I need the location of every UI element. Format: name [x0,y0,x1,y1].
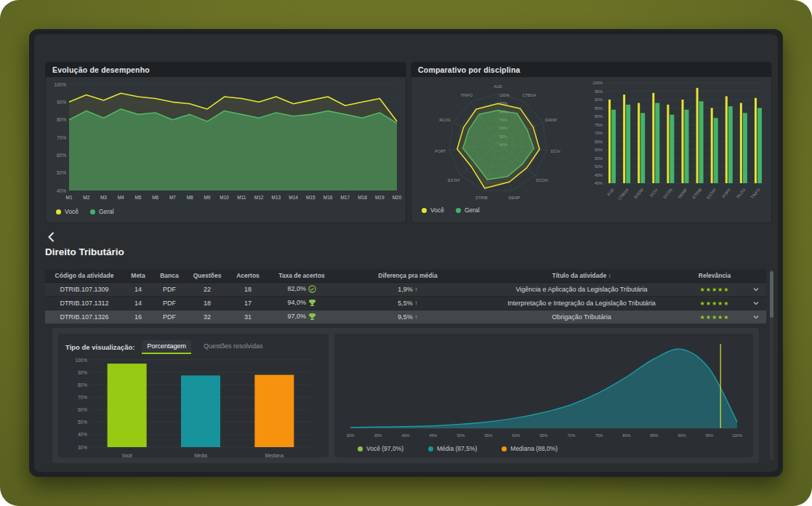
svg-text:M1: M1 [65,195,72,200]
distribution-card: 30%35%40%45%50%55%60%65%70%75%80%85%90%9… [334,334,753,457]
svg-text:70%: 70% [57,135,66,140]
cell-taxa: 97,0% [268,310,336,324]
cell-diferenca: 5,5% ↑ [336,296,480,310]
legend-item: Você (97,0%) [358,445,403,452]
voce-legend-dot [422,208,427,213]
svg-text:100%: 100% [732,433,742,438]
cell-titulo: Vigência e Aplicação da Legislação Tribu… [480,282,683,296]
evolution-line-chart: M1M2M3M4M5M6M7M8M9M10M11M12M13M14M15M16M… [46,77,404,202]
svg-text:DCON: DCON [662,188,673,199]
svg-text:DADM: DADM [545,118,558,122]
svg-text:M19: M19 [375,195,385,200]
svg-text:90%: 90% [595,97,603,102]
svg-text:100%: 100% [592,81,603,85]
svg-text:CTBGA: CTBGA [617,188,630,201]
column-header[interactable]: Relevância [683,270,746,282]
column-header[interactable]: Taxa de acertos [268,270,336,282]
evolution-legend: Você Geral [46,205,406,215]
svg-text:90%: 90% [678,433,686,438]
activities-table: Código da atividadeMetaBancaQuestõesAcer… [45,270,766,324]
column-header[interactable]: Meta [124,270,153,282]
cell-questoes: 22 [186,282,228,296]
voce-legend-dot [56,209,61,214]
svg-text:PORT: PORT [721,187,732,198]
cell-relevancia: ★★★★★ [683,296,746,310]
legend-item: Média (87,5%) [428,445,477,452]
svg-text:M3: M3 [100,195,107,200]
column-header-empty [746,270,766,282]
distribution-curve-chart: 30%35%40%45%50%55%60%65%70%75%80%85%90%9… [342,338,746,440]
comparison-legend: Você Geral [411,204,771,214]
cell-taxa: 94,0% [268,296,336,310]
cell-diferenca: 9,5% ↑ [336,310,480,324]
tab-questoes-resolvidas[interactable]: Questões resolvidas [198,340,268,354]
cell-acertos: 17 [228,296,268,310]
column-header[interactable]: Banca [153,270,186,282]
stats-bar-chart: 100%90%80%70%60%50%40%30%VocêMédiaMedian… [65,354,318,460]
cell-meta: 14 [124,296,153,310]
svg-text:50%: 50% [595,164,603,169]
svg-text:65%: 65% [595,140,603,144]
svg-text:M7: M7 [169,195,176,200]
legend-label: Você (97,0%) [366,445,403,452]
svg-text:50%: 50% [57,170,66,175]
visualization-card: Tipo de visualização: Porcentagem Questõ… [58,334,329,457]
svg-text:60%: 60% [57,153,66,158]
svg-text:CTBGA: CTBGA [523,93,536,97]
legend-item: Você [56,208,79,215]
svg-text:45%: 45% [429,433,437,438]
svg-text:65%: 65% [539,433,547,438]
svg-text:Média: Média [194,453,207,458]
tab-porcentagem[interactable]: Porcentagem [142,340,191,354]
svg-text:M12: M12 [254,195,264,200]
row-expand-chevron[interactable] [746,296,766,310]
column-header[interactable]: Diferença pra média [336,270,480,282]
back-button[interactable] [44,230,58,244]
panel-title: Comparativo por disciplina [411,63,771,77]
svg-text:M17: M17 [340,195,350,200]
svg-text:40%: 40% [595,181,603,185]
table-row[interactable]: DTRIB.107.131214PDF181794,0% 5,5% ↑Inter… [45,296,766,310]
scrollbar-thumb[interactable] [770,271,773,318]
legend-item: Mediana (88,0%) [502,445,558,452]
svg-text:75%: 75% [595,433,603,438]
table-row[interactable]: DTRIB.107.130914PDF221882,0% 1,9% ↑Vigên… [45,282,766,296]
svg-text:40%: 40% [78,432,87,437]
svg-text:M2: M2 [83,195,89,200]
row-expand-chevron[interactable] [746,282,766,296]
svg-text:M15: M15 [306,195,315,200]
sort-icon: ↕ [608,273,611,279]
svg-text:80%: 80% [57,117,66,122]
svg-text:50%: 50% [457,433,465,438]
column-header[interactable]: Código da atividade [45,270,124,282]
column-header[interactable]: Acertos [228,270,268,282]
svg-text:85%: 85% [650,433,658,438]
svg-text:60%: 60% [78,407,87,412]
geral-legend-dot [456,208,461,213]
arrow-up-icon: ↑ [414,286,418,293]
cell-acertos: 18 [228,282,268,296]
legend-item: Geral [456,206,480,214]
svg-text:90%: 90% [57,100,66,105]
svg-text:M20: M20 [393,195,402,200]
legend-label: Geral [99,208,114,215]
svg-text:Você: Você [121,453,132,458]
vertical-scrollbar[interactable] [770,270,773,460]
table-row[interactable]: DTRIB.107.132616PDF323197,0% 9,5% ↑Obrig… [45,310,766,324]
column-header[interactable]: Título da atividade ↕ [480,270,683,282]
svg-text:DCIV: DCIV [649,188,659,198]
column-header[interactable]: Questões [186,270,228,282]
svg-text:DEMP: DEMP [509,196,520,200]
svg-text:Mediana: Mediana [265,453,284,458]
row-expand-chevron[interactable] [746,310,766,324]
svg-text:55%: 55% [484,433,492,438]
dashboard-frame: Evolução de desempenho M1M2M3M4M5M6M7M8M… [29,29,783,477]
chevron-down-icon [752,300,760,307]
svg-text:30%: 30% [78,445,87,450]
svg-text:85%: 85% [595,106,603,111]
svg-text:ESTAT: ESTAT [706,187,717,199]
cell-meta: 14 [124,282,153,296]
panel-title: Evolução de desempenho [46,63,406,77]
arrow-up-icon: ↑ [414,313,418,321]
svg-text:M16: M16 [323,195,333,200]
